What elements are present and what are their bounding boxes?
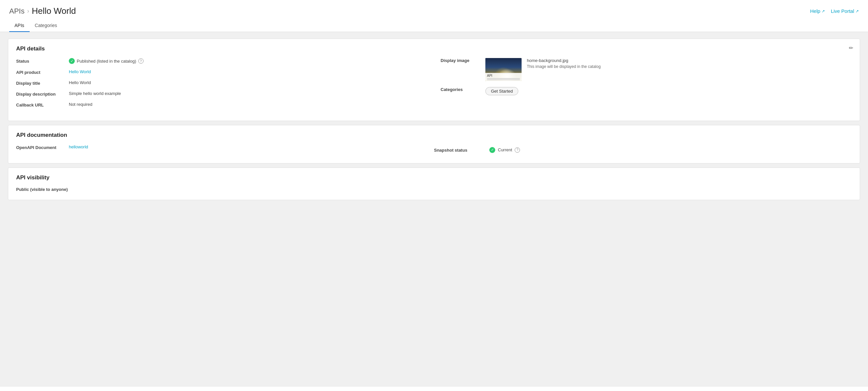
live-portal-link[interactable]: Live Portal ↗: [831, 8, 859, 14]
top-header: APIs › Hello World Help ↗ Live Portal ↗: [0, 0, 868, 20]
image-caption-box: API: [485, 73, 522, 81]
api-documentation-card: API documentation OpenAPI Document hello…: [8, 125, 860, 164]
api-visibility-title: API visibility: [16, 174, 852, 181]
api-details-card: API details ✏ Status ✓ Published (listed…: [8, 38, 860, 121]
doc-layout: OpenAPI Document helloworld Snapshot sta…: [16, 144, 852, 155]
details-left: Status ✓ Published (listed in the catalo…: [16, 58, 427, 113]
status-value: ✓ Published (listed in the catalog) ?: [69, 58, 144, 64]
image-desc: This image will be displayed in the cata…: [527, 64, 852, 69]
image-api-label: API: [487, 74, 492, 78]
published-check-icon: ✓: [69, 58, 75, 64]
image-info: home-background.jpg This image will be d…: [527, 58, 852, 69]
display-title-row: Display title Hello World: [16, 80, 427, 86]
api-documentation-title: API documentation: [16, 132, 852, 138]
display-image-row: Display image API: [441, 58, 852, 81]
api-visibility-card: API visibility Public (visible to anyone…: [8, 167, 860, 200]
image-filename: home-background.jpg: [527, 58, 852, 63]
external-link-icon-2: ↗: [856, 9, 859, 13]
status-row: Status ✓ Published (listed in the catalo…: [16, 58, 427, 64]
callback-url-row: Callback URL Not required: [16, 102, 427, 108]
snapshot-value: Current: [498, 147, 512, 152]
openapi-label: OpenAPI Document: [16, 144, 69, 150]
header-actions: Help ↗ Live Portal ↗: [810, 8, 859, 14]
snapshot-help-icon[interactable]: ?: [515, 147, 520, 152]
category-tag[interactable]: Get Started: [485, 87, 518, 95]
tab-categories[interactable]: Categories: [30, 20, 63, 32]
openapi-value[interactable]: helloworld: [69, 144, 88, 149]
api-product-label: API product: [16, 69, 69, 75]
doc-left: OpenAPI Document helloworld: [16, 144, 434, 155]
display-description-label: Display description: [16, 91, 69, 96]
display-description-value: Simple hello world example: [69, 91, 121, 96]
status-label: Status: [16, 58, 69, 64]
doc-right: Snapshot status ✓ Current ?: [434, 147, 852, 153]
display-title-value: Hello World: [69, 80, 91, 85]
content-area: API details ✏ Status ✓ Published (listed…: [0, 32, 868, 387]
breadcrumb-parent[interactable]: APIs: [9, 7, 24, 16]
display-image-label: Display image: [441, 58, 480, 63]
openapi-row: OpenAPI Document helloworld: [16, 144, 434, 150]
edit-icon[interactable]: ✏: [849, 45, 853, 51]
details-layout: Status ✓ Published (listed in the catalo…: [16, 58, 852, 113]
display-title-label: Display title: [16, 80, 69, 86]
snapshot-row: Snapshot status ✓ Current ?: [434, 147, 852, 153]
image-preview: API: [485, 58, 522, 81]
image-preview-wrap: API: [485, 58, 522, 81]
callback-url-value: Not required: [69, 102, 93, 107]
api-product-row: API product Hello World: [16, 69, 427, 75]
display-description-row: Display description Simple hello world e…: [16, 91, 427, 96]
caption-line-1: [487, 78, 520, 79]
api-product-value[interactable]: Hello World: [69, 69, 91, 74]
help-link[interactable]: Help ↗: [810, 8, 825, 14]
tab-apis[interactable]: APIs: [9, 20, 30, 32]
snapshot-label: Snapshot status: [434, 147, 487, 152]
api-details-title: API details: [16, 46, 852, 52]
callback-url-label: Callback URL: [16, 102, 69, 108]
tabs-bar: APIs Categories: [0, 20, 868, 32]
details-right: Display image API: [441, 58, 852, 113]
external-link-icon: ↗: [822, 9, 825, 13]
status-help-icon[interactable]: ?: [138, 58, 144, 64]
snapshot-check-icon: ✓: [489, 147, 495, 153]
breadcrumb: APIs › Hello World: [9, 6, 76, 16]
page-container: APIs › Hello World Help ↗ Live Portal ↗ …: [0, 0, 868, 391]
breadcrumb-separator: ›: [27, 7, 29, 15]
caption-line-2: [487, 80, 520, 80]
categories-label: Categories: [441, 87, 480, 92]
visibility-value: Public (visible to anyone): [16, 187, 852, 192]
breadcrumb-current: Hello World: [32, 6, 76, 16]
image-caption-lines: [487, 78, 520, 80]
categories-row: Categories Get Started: [441, 87, 852, 95]
